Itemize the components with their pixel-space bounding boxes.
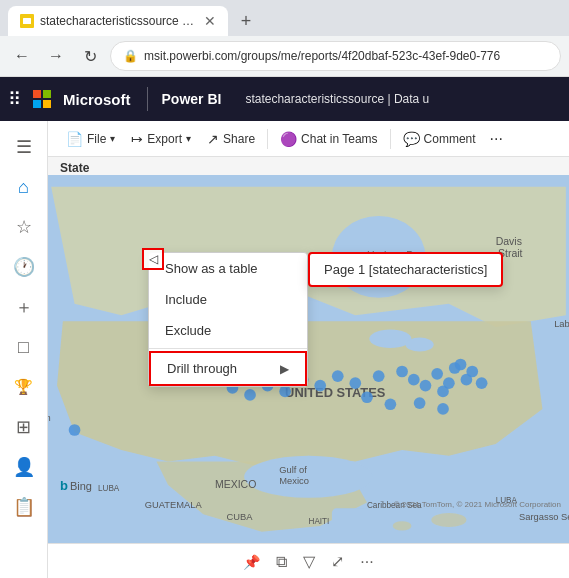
new-tab-button[interactable]: +: [232, 7, 260, 35]
svg-point-39: [396, 366, 408, 378]
ctx-exclude[interactable]: Exclude: [149, 315, 307, 346]
sidebar-home-icon[interactable]: ⌂: [6, 169, 42, 205]
ctx-include[interactable]: Include: [149, 284, 307, 315]
svg-point-45: [279, 386, 291, 398]
bing-icon: b: [60, 478, 68, 493]
svg-text:Ocean: Ocean: [48, 413, 51, 423]
svg-point-43: [314, 380, 326, 392]
svg-point-52: [437, 403, 449, 415]
refresh-button[interactable]: ↻: [76, 42, 104, 70]
drill-sub-page1[interactable]: Page 1 [statecharacteristics]: [310, 254, 501, 285]
ctx-drill-arrow: ▶: [280, 362, 289, 376]
browser-chrome: statecharacteristicssource - Powe ✕ + ← …: [0, 0, 569, 77]
bottom-toolbar: 📌 ⧉ ▽ ⤢ ···: [48, 543, 569, 578]
svg-point-3: [369, 329, 411, 348]
svg-point-51: [414, 397, 426, 409]
svg-point-50: [385, 398, 397, 410]
sidebar-learn-icon[interactable]: 📋: [6, 489, 42, 525]
svg-point-33: [455, 359, 467, 371]
teams-icon: 🟣: [280, 131, 297, 147]
waffle-icon[interactable]: ⠿: [8, 88, 21, 110]
microsoft-logo: [33, 90, 51, 108]
file-icon: 📄: [66, 131, 83, 147]
forward-button[interactable]: →: [42, 42, 70, 70]
copy-bottom-icon[interactable]: ⧉: [276, 553, 287, 571]
app-toolbar: ⠿ Microsoft Power BI statecharacteristic…: [0, 77, 569, 121]
sidebar-favorites-icon[interactable]: ☆: [6, 209, 42, 245]
bing-logo: b Bing: [60, 478, 92, 493]
powerbi-label: Power BI: [162, 91, 222, 107]
drill-sub-page1-label: Page 1 [statecharacteristics]: [324, 262, 487, 277]
export-label: Export: [147, 132, 182, 146]
svg-point-35: [466, 366, 478, 378]
tab-close-btn[interactable]: ✕: [204, 13, 216, 29]
file-chevron: ▾: [110, 133, 115, 144]
ctx-exclude-label: Exclude: [165, 323, 211, 338]
context-menu: Show as a table Include Exclude Drill th…: [148, 252, 308, 387]
svg-point-53: [69, 424, 81, 436]
nav-bar: ← → ↻ 🔒 msit.powerbi.com/groups/me/repor…: [0, 36, 569, 76]
app-brand-label: Microsoft: [63, 91, 131, 108]
toolbar-divider: [147, 87, 148, 111]
chat-label: Chat in Teams: [301, 132, 377, 146]
sidebar-recent-icon[interactable]: 🕐: [6, 249, 42, 285]
file-button[interactable]: 📄 File ▾: [60, 127, 121, 151]
svg-text:Gulf of: Gulf of: [279, 465, 307, 475]
report-toolbar: 📄 File ▾ ↦ Export ▾ ↗ Share 🟣 Chat in Te…: [48, 121, 569, 157]
share-icon: ↗: [207, 131, 219, 147]
sidebar-menu-icon[interactable]: ☰: [6, 129, 42, 165]
file-label: File: [87, 132, 106, 146]
more-bottom-icon[interactable]: ···: [360, 553, 373, 571]
svg-text:Davis: Davis: [496, 235, 522, 247]
sidebar: ☰ ⌂ ☆ 🕐 ＋ □ 🏆 ⊞ 👤 📋: [0, 121, 48, 578]
share-button[interactable]: ↗ Share: [201, 127, 261, 151]
active-tab[interactable]: statecharacteristicssource - Powe ✕: [8, 6, 228, 36]
toolbar-separator: [267, 129, 268, 149]
svg-point-8: [431, 513, 466, 527]
comment-button[interactable]: 💬 Comment: [397, 127, 482, 151]
report-area: 📄 File ▾ ↦ Export ▾ ↗ Share 🟣 Chat in Te…: [48, 121, 569, 578]
svg-text:Mexico: Mexico: [279, 476, 309, 486]
svg-rect-1: [23, 18, 31, 24]
sidebar-metrics-icon[interactable]: 🏆: [6, 369, 42, 405]
filter-bottom-icon[interactable]: ▽: [303, 552, 315, 571]
address-bar[interactable]: 🔒 msit.powerbi.com/groups/me/reports/4f2…: [110, 41, 561, 71]
svg-text:Sargasso Se...: Sargasso Se...: [519, 512, 569, 522]
chat-in-teams-button[interactable]: 🟣 Chat in Teams: [274, 127, 383, 151]
svg-point-9: [393, 521, 412, 530]
svg-text:MEXICO: MEXICO: [215, 478, 256, 490]
ctx-separator: [149, 348, 307, 349]
svg-point-29: [431, 368, 443, 380]
sidebar-apps-icon[interactable]: □: [6, 329, 42, 365]
comment-label: Comment: [424, 132, 476, 146]
url-text: msit.powerbi.com/groups/me/reports/4f20d…: [144, 49, 500, 63]
state-label: State: [60, 161, 89, 175]
comment-icon: 💬: [403, 131, 420, 147]
tab-bar: statecharacteristicssource - Powe ✕ +: [0, 0, 569, 36]
svg-point-37: [420, 380, 432, 392]
svg-point-34: [437, 386, 449, 398]
export-icon: ↦: [131, 131, 143, 147]
ctx-show-table[interactable]: Show as a table: [149, 253, 307, 284]
sidebar-profile-icon[interactable]: 👤: [6, 449, 42, 485]
sidebar-create-icon[interactable]: ＋: [6, 289, 42, 325]
svg-text:LUBA: LUBA: [98, 484, 120, 493]
export-button[interactable]: ↦ Export ▾: [125, 127, 197, 151]
expand-bottom-icon[interactable]: ⤢: [331, 552, 344, 571]
svg-point-36: [476, 377, 488, 389]
map-container: State: [48, 157, 569, 543]
drill-through-submenu: Page 1 [statecharacteristics]: [308, 252, 503, 287]
ctx-drill-through[interactable]: Drill through ▶: [149, 351, 307, 386]
svg-text:CUBA: CUBA: [227, 512, 254, 522]
sidebar-workspaces-icon[interactable]: ⊞: [6, 409, 42, 445]
pin-bottom-icon[interactable]: 📌: [243, 554, 260, 570]
back-button[interactable]: ←: [8, 42, 36, 70]
more-button[interactable]: ···: [486, 126, 507, 152]
pin-icon-context[interactable]: ◁: [142, 248, 164, 270]
ctx-drill-label: Drill through: [167, 361, 237, 376]
ctx-show-table-label: Show as a table: [165, 261, 258, 276]
copyright-text: © 2021 TomTom, © 2021 Microsoft Corporat…: [394, 500, 561, 509]
svg-text:GUATEMALA: GUATEMALA: [145, 500, 203, 510]
tab-label: statecharacteristicssource - Powe: [40, 14, 198, 28]
svg-point-40: [373, 370, 385, 382]
